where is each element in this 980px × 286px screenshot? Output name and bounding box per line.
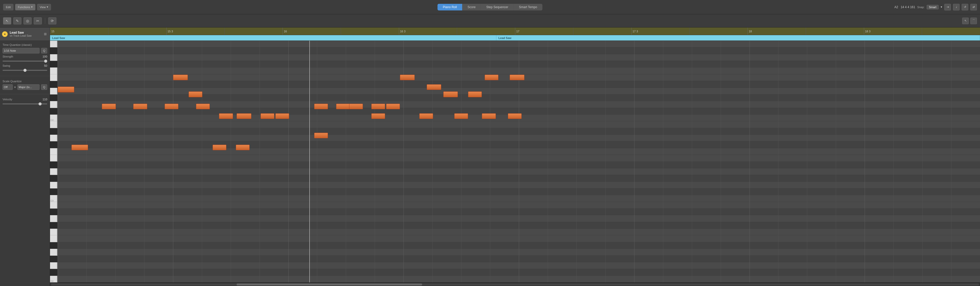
tab-piano-roll[interactable]: Piano Roll [438,4,462,10]
metronome-btn[interactable]: ♩ [953,4,959,10]
piano-key-19[interactable] [50,168,57,175]
note-1[interactable] [72,145,88,150]
tab-step-sequencer[interactable]: Step Sequencer [481,4,514,10]
piano-key-8[interactable] [50,95,55,101]
piano-key-17[interactable] [50,155,57,161]
note-28[interactable] [482,113,496,119]
note-9[interactable] [237,113,251,119]
note-29[interactable] [508,113,522,119]
note-3[interactable] [133,104,147,109]
note-26[interactable] [419,113,433,119]
scrollbar-track[interactable] [51,283,979,286]
strength-slider[interactable] [3,61,47,62]
piano-key-26[interactable] [50,215,57,222]
piano-key-10[interactable] [50,108,55,115]
chevron-down-icon: ▾ [31,5,33,9]
piano-key-25[interactable] [50,209,55,215]
grid-container[interactable] [58,41,980,283]
piano-c-label: C3 [51,199,54,202]
note-8[interactable] [219,113,233,119]
piano-key-9[interactable] [50,101,57,108]
edit-button[interactable]: Edit [3,4,14,10]
view-button[interactable]: View ▾ [37,4,51,10]
note-12[interactable] [213,145,226,150]
midi-in-btn[interactable]: ⇥ [944,4,951,10]
swing-slider[interactable] [3,70,47,71]
piano-key-4[interactable] [50,68,57,74]
curve-icon-btn[interactable]: ⌒ [970,17,977,24]
note-2[interactable] [102,104,116,109]
scrollbar-thumb[interactable] [237,283,422,286]
ruler-minor-tick-4 [573,27,574,35]
piano-key-22[interactable] [50,188,55,195]
piano-key-34[interactable] [50,269,55,276]
note-19[interactable] [371,113,385,119]
scale-off-select[interactable]: Off [3,84,13,90]
note-20[interactable] [314,133,328,138]
cursor-icon-btn[interactable]: ↖ [962,17,969,24]
cycle-btn[interactable]: ↺ [962,4,968,10]
piano-key-33[interactable] [50,262,57,269]
piano-key-3[interactable] [50,61,55,68]
piano-key-30[interactable] [50,242,55,249]
piano-key-6[interactable] [50,81,55,88]
pencil-tool[interactable]: ✎ [13,17,21,24]
note-30[interactable] [510,74,525,80]
piano-key-2[interactable] [50,54,57,61]
note-15[interactable] [336,104,350,109]
piano-key-29[interactable] [50,235,57,242]
note-23[interactable] [443,92,458,97]
piano-key-27[interactable] [50,222,55,229]
note-5[interactable] [196,104,210,109]
eraser-tool[interactable]: ◎ [24,17,32,24]
track-subtitle: on Track Lead Saw [10,35,41,37]
note-7[interactable] [173,74,188,80]
scissors-tool[interactable]: ✂ [34,17,42,24]
piano-key-21[interactable] [50,182,57,188]
piano-key-31[interactable] [50,249,57,256]
piano-key-16[interactable] [50,148,57,155]
tab-smart-tempo[interactable]: Smart Tempo [514,4,542,10]
piano-key-18[interactable] [50,162,55,168]
piano-key-1[interactable] [50,47,55,54]
note-25[interactable] [485,74,498,80]
note-value-select[interactable]: 1/16 Note [3,48,40,54]
quantize-q-btn[interactable]: Q [41,48,47,54]
note-10[interactable] [261,113,274,119]
note-21[interactable] [400,74,415,80]
velocity-slider[interactable] [3,103,47,104]
piano-key-15[interactable] [50,141,55,148]
piano-key-20[interactable] [50,175,55,182]
note-6[interactable] [189,92,202,97]
note-24[interactable] [468,92,482,97]
note-27[interactable] [454,113,468,119]
note-16[interactable] [349,104,363,109]
note-11[interactable] [275,113,289,119]
functions-button[interactable]: Functions ▾ [15,4,35,10]
link-btn[interactable]: ⇄ [970,4,977,10]
loop-tool[interactable]: ⟳ [48,17,56,24]
note-18[interactable] [386,104,400,109]
note-0[interactable] [58,87,74,92]
piano-key-28[interactable] [50,229,57,235]
piano-key-14[interactable] [50,135,57,141]
tab-score[interactable]: Score [462,4,481,10]
scale-q-btn[interactable]: Q [41,84,47,90]
note-13[interactable] [236,145,250,150]
scale-type-select[interactable]: Major (lo... [18,84,40,90]
region-segment-2: Lead Saw [496,35,980,41]
pointer-tool[interactable]: ↖ [3,17,11,24]
note-14[interactable] [314,104,328,109]
note-4[interactable] [165,104,178,109]
note-17[interactable] [371,104,385,109]
piano-key-12[interactable] [50,121,57,128]
piano-key-0[interactable] [50,41,57,47]
piano-key-5[interactable] [50,74,57,81]
piano-key-7[interactable] [50,88,57,95]
note-22[interactable] [427,84,442,90]
piano-key-24[interactable] [50,202,57,209]
snap-value[interactable]: Smart [927,5,939,9]
piano-key-13[interactable] [50,128,55,135]
piano-key-32[interactable] [50,256,55,262]
track-expand-btn[interactable]: ⊞ [43,32,48,37]
